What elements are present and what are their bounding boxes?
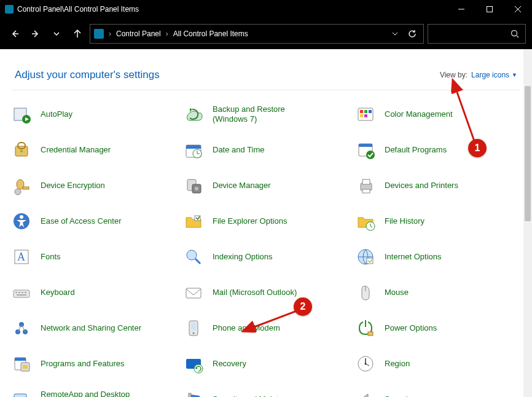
item-label: RemoteApp and Desktop Connections bbox=[41, 390, 145, 397]
security-icon bbox=[183, 389, 204, 397]
item-label: Mouse bbox=[385, 288, 409, 297]
encryption-icon bbox=[11, 175, 32, 196]
control-panel-item[interactable]: Region bbox=[355, 351, 521, 377]
refresh-button[interactable] bbox=[405, 26, 420, 41]
svg-point-7 bbox=[512, 31, 517, 36]
control-panel-item[interactable]: AutoPlay bbox=[11, 101, 177, 127]
svg-rect-51 bbox=[25, 292, 26, 293]
svg-rect-16 bbox=[364, 114, 367, 117]
control-panel-item[interactable]: Power Options bbox=[355, 315, 521, 341]
svg-point-43 bbox=[187, 250, 197, 260]
recent-locations-button[interactable] bbox=[48, 25, 65, 42]
page-heading: Adjust your computer's settings bbox=[15, 69, 160, 81]
back-button[interactable] bbox=[6, 25, 23, 42]
window-title: Control Panel\All Control Panel Items bbox=[17, 5, 139, 14]
defaults-icon bbox=[355, 140, 376, 160]
close-button[interactable] bbox=[504, 0, 532, 18]
control-panel-item[interactable]: Indexing Options bbox=[183, 244, 349, 270]
breadcrumb-child[interactable]: All Control Panel Items bbox=[173, 29, 248, 38]
control-panel-item[interactable]: RemoteApp and Desktop Connections bbox=[11, 387, 177, 397]
control-panel-item[interactable]: Mail (Microsoft Outlook) bbox=[183, 280, 349, 305]
svg-rect-26 bbox=[359, 144, 372, 147]
item-label: Color Management bbox=[385, 109, 453, 119]
item-label: Sound bbox=[385, 395, 408, 397]
control-panel-item[interactable]: Keyboard bbox=[11, 280, 177, 305]
region-icon bbox=[355, 353, 376, 374]
control-panel-item[interactable]: Security and Maintenance bbox=[183, 387, 349, 397]
indexing-icon bbox=[183, 246, 204, 267]
forward-button[interactable] bbox=[27, 25, 44, 42]
divider bbox=[12, 90, 520, 90]
svg-line-81 bbox=[453, 82, 475, 144]
control-panel-item[interactable]: Device Manager bbox=[183, 173, 349, 198]
svg-point-19 bbox=[20, 150, 23, 152]
svg-rect-35 bbox=[362, 179, 370, 184]
item-label: Region bbox=[385, 359, 410, 369]
svg-line-8 bbox=[517, 36, 519, 38]
svg-point-70 bbox=[194, 364, 203, 373]
up-button[interactable] bbox=[69, 25, 86, 42]
address-dropdown-button[interactable] bbox=[388, 26, 402, 41]
item-label: Keyboard bbox=[41, 288, 75, 297]
svg-rect-15 bbox=[360, 114, 363, 117]
control-panel-item[interactable]: Internet Options bbox=[355, 244, 521, 270]
ease-icon bbox=[11, 211, 32, 232]
svg-rect-1 bbox=[487, 7, 493, 12]
network-icon bbox=[11, 318, 32, 339]
item-label: Power Options bbox=[385, 323, 437, 333]
control-panel-item[interactable]: Network and Sharing Center bbox=[11, 315, 177, 341]
item-label: Default Programs bbox=[385, 145, 447, 155]
keyboard-icon bbox=[11, 282, 32, 303]
item-label: Date and Time bbox=[213, 145, 265, 155]
chevron-down-icon: ▼ bbox=[512, 72, 517, 78]
control-panel-item[interactable]: Date and Time bbox=[183, 137, 349, 163]
control-panel-item[interactable]: Default Programs bbox=[355, 137, 521, 163]
item-label: Network and Sharing Center bbox=[41, 323, 141, 333]
item-label: Device Manager bbox=[213, 181, 271, 191]
autoplay-icon bbox=[11, 104, 32, 125]
search-box[interactable] bbox=[428, 24, 526, 44]
minimize-button[interactable] bbox=[447, 0, 475, 18]
control-panel-item[interactable]: AFonts bbox=[11, 244, 177, 270]
control-panel-item[interactable]: Ease of Access Center bbox=[11, 208, 177, 234]
item-label: Devices and Printers bbox=[385, 181, 458, 191]
item-label: Security and Maintenance bbox=[213, 395, 305, 397]
control-panel-item[interactable]: Recovery bbox=[183, 351, 349, 377]
filehistory-icon bbox=[355, 211, 376, 232]
nav-bar: › Control Panel › All Control Panel Item… bbox=[0, 18, 532, 49]
item-label: Device Encryption bbox=[41, 181, 105, 191]
maximize-button[interactable] bbox=[475, 0, 504, 18]
svg-rect-12 bbox=[360, 110, 363, 113]
svg-rect-79 bbox=[189, 393, 191, 397]
control-panel-item[interactable]: Device Encryption bbox=[11, 173, 177, 198]
address-bar[interactable]: › Control Panel › All Control Panel Item… bbox=[90, 24, 424, 44]
control-panel-item[interactable]: File Explorer Options bbox=[183, 208, 349, 234]
svg-rect-13 bbox=[364, 110, 367, 113]
power-icon bbox=[355, 318, 376, 339]
control-panel-icon bbox=[94, 29, 104, 39]
svg-point-38 bbox=[20, 215, 23, 219]
svg-point-62 bbox=[193, 332, 195, 334]
svg-rect-48 bbox=[15, 292, 17, 293]
breadcrumb-root[interactable]: Control Panel bbox=[116, 29, 161, 38]
control-panel-item[interactable]: Mouse bbox=[355, 280, 521, 305]
svg-rect-75 bbox=[14, 394, 26, 397]
fonts-icon: A bbox=[11, 246, 32, 267]
svg-text:A: A bbox=[17, 251, 25, 263]
item-label: Recovery bbox=[213, 359, 246, 369]
control-panel-item[interactable]: Backup and Restore (Windows 7) bbox=[183, 101, 349, 127]
control-panel-item[interactable]: Sound bbox=[355, 387, 521, 397]
control-panel-item[interactable]: Programs and Features bbox=[11, 351, 177, 377]
annotation-badge-2: 2 bbox=[294, 297, 312, 316]
svg-rect-68 bbox=[23, 365, 28, 369]
scrollbar-thumb[interactable] bbox=[525, 86, 531, 221]
control-panel-item[interactable]: Color Management bbox=[355, 101, 521, 127]
control-panel-item[interactable]: Credential Manager bbox=[11, 137, 177, 163]
vertical-scrollbar[interactable] bbox=[523, 49, 532, 397]
item-label: Indexing Options bbox=[213, 252, 273, 262]
phone-icon bbox=[183, 318, 204, 339]
control-panel-item[interactable]: File History bbox=[355, 208, 521, 234]
control-panel-item[interactable]: Devices and Printers bbox=[355, 173, 521, 198]
svg-rect-61 bbox=[191, 323, 196, 330]
svg-rect-53 bbox=[186, 288, 201, 298]
